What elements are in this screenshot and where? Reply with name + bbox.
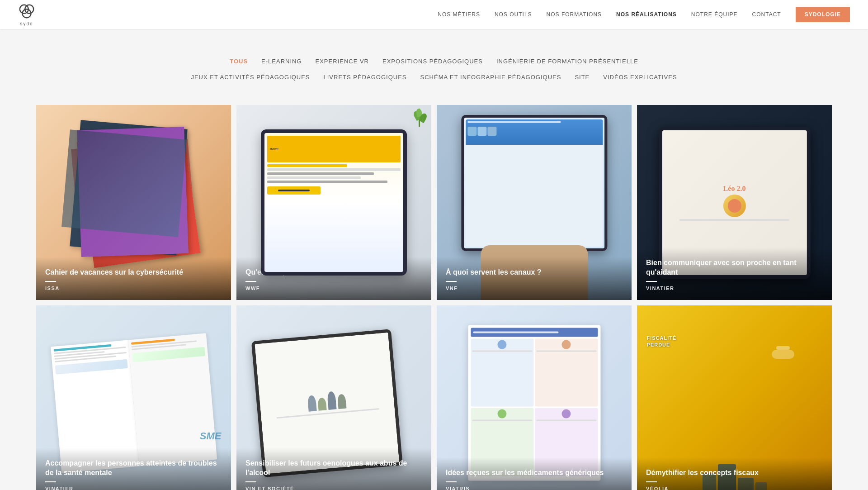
card-8-overlay: Démythifier les concepts fiscaux VÉOLIA	[637, 457, 832, 490]
card-3-icon-3	[487, 127, 496, 136]
filter-expositions[interactable]: EXPOSITIONS PÉDAGOGIQUES	[382, 56, 483, 67]
tablet-line-3	[267, 172, 374, 175]
card-1-title: Cahier de vacances sur la cybersécurité	[45, 268, 222, 277]
logo[interactable]: sydo	[18, 3, 35, 26]
card-6-chars	[307, 390, 346, 411]
card-fiscaux[interactable]: FISCALITÉ PERDUE Démythifier les concept…	[637, 305, 832, 490]
card-5-client: VINATIER	[45, 486, 222, 490]
main-nav: NOS MÉTIERS NOS OUTILS NOS FORMATIONS NO…	[438, 7, 850, 22]
card-8-vehicle	[772, 350, 794, 359]
card-7-g2	[535, 338, 598, 407]
char1	[307, 395, 316, 411]
card-6-client: VIN ET SOCIÉTÉ	[245, 486, 422, 490]
filter-site[interactable]: SITE	[575, 72, 590, 82]
card-5-overlay: Accompagner les personnes atteintes de t…	[36, 448, 231, 490]
nav-nos-formations[interactable]: NOS FORMATIONS	[547, 11, 602, 18]
filter-elearning[interactable]: E-LEARNING	[261, 56, 302, 67]
card-4-circle	[723, 195, 745, 217]
tablet-line-4	[267, 176, 361, 179]
card-4-overlay: Bien communiquer avec son proche en tant…	[637, 247, 832, 300]
sydologie-button[interactable]: SYDOLOGIE	[796, 7, 850, 22]
card-alimentation[interactable]: MORVIT	[236, 105, 431, 300]
filter-vr[interactable]: EXPERIENCE VR	[316, 56, 369, 67]
card-4-client: VINATIER	[646, 285, 823, 291]
card-1-overlay: Cahier de vacances sur la cybersécurité …	[36, 257, 231, 300]
filter-ingenierie[interactable]: INGÉNIERIE DE FORMATION PRÉSENTIELLE	[496, 56, 638, 67]
filter-livrets[interactable]: LIVRETS PÉDAGOGIQUES	[324, 72, 407, 82]
card-4-face	[727, 199, 741, 213]
tablet-content	[267, 164, 401, 269]
filter-jeux[interactable]: JEUX ET ACTIVITÉS PÉDAGOGIQUES	[191, 72, 310, 82]
fiscal-line1: FISCALITÉ	[647, 335, 677, 342]
char4	[337, 394, 346, 409]
fiscal-line2: PERDUE	[647, 342, 677, 348]
card-7-divider	[446, 481, 457, 482]
g3-icon	[497, 409, 506, 419]
char3	[327, 391, 336, 409]
tablet-cta	[267, 186, 321, 195]
cards-grid: Cahier de vacances sur la cybersécurité …	[36, 105, 832, 490]
card-6-title: Sensibiliser les futurs oenologues aux a…	[245, 459, 422, 478]
char2	[317, 397, 326, 410]
card-5-right-page	[128, 333, 217, 466]
card-3-screen	[464, 118, 604, 249]
nav-nos-realisations[interactable]: NOS RÉALISATIONS	[616, 11, 677, 18]
tablet-header: MORVIT	[267, 136, 401, 162]
card-6-divider	[245, 481, 256, 482]
card-2-divider	[245, 281, 256, 282]
card-oenologues[interactable]: Sensibiliser les futurs oenologues aux a…	[236, 305, 431, 490]
card-2-image: MORVIT	[236, 105, 431, 300]
tablet-line-2	[267, 168, 401, 171]
main-content: TOUS E-LEARNING EXPERIENCE VR EXPOSITION…	[0, 29, 868, 490]
g3-l	[472, 420, 532, 421]
card-8-top-right	[744, 315, 822, 393]
card-8-client: VÉOLIA	[646, 486, 823, 490]
tablet-header-text: MORVIT	[270, 147, 278, 150]
card-4-divider	[646, 281, 657, 282]
filter-tous[interactable]: TOUS	[230, 56, 248, 67]
filter-schema[interactable]: SCHÉMA ET INFOGRAPHIE PÉDAGOGIQUES	[420, 72, 561, 82]
header: sydo NOS MÉTIERS NOS OUTILS NOS FORMATIO…	[0, 0, 868, 29]
card-3-title: À quoi servent les canaux ?	[446, 268, 623, 277]
card-3-overlay: À quoi servent les canaux ? VNF	[437, 257, 632, 300]
g1-icon	[497, 340, 506, 349]
g4-icon	[562, 409, 571, 419]
card-4-leo-text: Léo 2.0	[723, 184, 746, 193]
card-6-overlay: Sensibiliser les futurs oenologues aux a…	[236, 448, 431, 490]
nav-contact[interactable]: CONTACT	[752, 11, 781, 18]
card-3-icon-1	[467, 127, 476, 136]
nav-nos-metiers[interactable]: NOS MÉTIERS	[438, 11, 480, 18]
card-8-divider	[646, 481, 657, 482]
card-7-title: Idées reçues sur les médicaments génériq…	[446, 468, 623, 478]
nav-nos-outils[interactable]: NOS OUTILS	[495, 11, 532, 18]
card-medicaments[interactable]: Idées reçues sur les médicaments génériq…	[437, 305, 632, 490]
nav-notre-equipe[interactable]: NOTRE ÉQUIPE	[691, 11, 738, 18]
card-7-h-line	[473, 331, 559, 333]
card-3-tablet	[461, 115, 607, 252]
filter-videos[interactable]: VIDÉOS EXPLICATIVES	[603, 72, 677, 82]
card-7-g1	[471, 338, 533, 407]
card-8-title: Démythifier les concepts fiscaux	[646, 468, 823, 478]
card-vinatier[interactable]: Léo 2.0 Bien communiquer avec son proche…	[637, 105, 832, 300]
tablet-cta-line	[278, 190, 310, 191]
card-sante-mentale[interactable]: SME Accompagner les personnes atteintes …	[36, 305, 231, 490]
filter-section: TOUS E-LEARNING EXPERIENCE VR EXPOSITION…	[36, 56, 832, 82]
card-canaux[interactable]: À quoi servent les canaux ? VNF	[437, 105, 632, 300]
card-cahier-vacances[interactable]: Cahier de vacances sur la cybersécurité …	[36, 105, 231, 300]
tablet-frame: MORVIT	[261, 129, 407, 276]
card-7-client: VIATRIS	[446, 486, 623, 490]
g2-icon	[562, 340, 571, 349]
logo-icon	[18, 3, 35, 20]
logo-text: sydo	[20, 21, 33, 26]
card-5-divider	[45, 481, 56, 482]
card-7-grid	[471, 338, 598, 476]
tablet-screen: MORVIT	[264, 133, 403, 272]
plant-decoration	[412, 109, 426, 133]
tablet-line-5	[267, 181, 387, 183]
card-4-title: Bien communiquer avec son proche en tant…	[646, 258, 823, 277]
card-3-h-line	[467, 121, 561, 123]
card-3-content	[466, 119, 603, 247]
card-1-divider	[45, 281, 56, 282]
card-3-header-bar	[466, 119, 603, 125]
card-5-sme-label: SME	[200, 430, 222, 442]
